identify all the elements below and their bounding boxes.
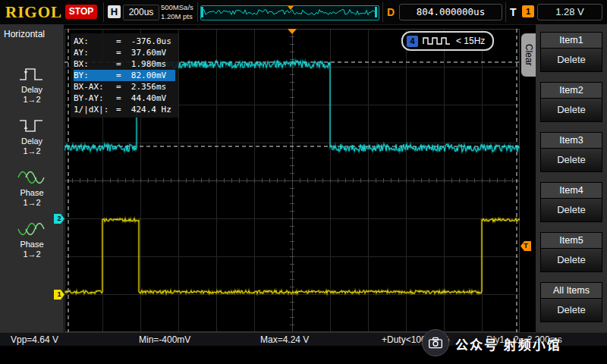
horizontal-menu-sidebar: Horizontal Delay 1→2 Delay 1→2 Phase 1→2… (0, 24, 64, 332)
divider (103, 2, 104, 22)
cursor-row-selected[interactable]: BY:= 82.00mV (74, 70, 175, 81)
measurement-min[interactable]: Min=-400mV (139, 334, 190, 345)
item3-delete-button[interactable]: Delete (541, 149, 602, 171)
sidebar-item-sublabel: 1→2 (0, 198, 64, 208)
divider (197, 2, 198, 22)
watermark-avatar (422, 329, 449, 356)
rigol-logo: RIGOL (5, 3, 62, 22)
cursor-value: = -376.0us (116, 36, 171, 46)
cursor-label: AX: (74, 36, 116, 47)
delay-label: D (387, 6, 395, 18)
sidebar-item-label: Phase (0, 188, 64, 198)
channel-4-badge: 4 (407, 36, 418, 47)
item4-title: Item4 (541, 183, 602, 199)
run-stop-button[interactable]: STOP (65, 5, 97, 19)
item3-title: Item3 (541, 133, 602, 149)
cursor-value: = 82.00mV (116, 71, 166, 80)
clear-tab[interactable]: Clear (521, 33, 536, 77)
all-items-title: All Items (541, 283, 602, 299)
item5-delete-button[interactable]: Delete (541, 249, 602, 271)
trigger-position-marker[interactable] (288, 29, 297, 34)
waveform-display-area[interactable]: AX:= -376.0us AY:= 37.60mV BX:= 1.980ms … (64, 29, 520, 332)
delay-display[interactable]: 804.000000us (399, 4, 502, 20)
divider (505, 2, 506, 22)
cursor-label: BY-AY: (74, 93, 116, 104)
horizontal-label: H (108, 5, 121, 18)
waveform-preview-strip[interactable] (200, 5, 379, 20)
acquisition-info: 500MSa/s 1.20M pts (161, 3, 193, 21)
item2-delete-button[interactable]: Delete (541, 99, 602, 121)
cursor-value: = 2.356ms (116, 82, 166, 92)
measurement-max[interactable]: Max=4.24 V (260, 334, 309, 345)
sidebar-title: Horizontal (4, 29, 45, 39)
item4-delete-button[interactable]: Delete (541, 199, 602, 221)
sine-pair-icon (17, 220, 47, 238)
cursor-label: AY: (74, 47, 116, 58)
top-bar: RIGOL STOP H 200us 500MSa/s 1.20M pts D … (0, 0, 607, 25)
square-edge-rise-icon (17, 65, 47, 83)
sidebar-item-delay-rise[interactable]: Delay 1→2 (0, 65, 64, 105)
cursor-label: 1/|dX|: (74, 104, 116, 115)
item1-title: Item1 (541, 33, 602, 49)
cursor-label: BY: (74, 70, 116, 81)
sidebar-item-sublabel: 1→2 (0, 146, 64, 156)
trigger-source-badge[interactable]: 1 (522, 5, 534, 17)
item1-group: Item1 Delete (540, 32, 602, 72)
cursor-value: = 44.40mV (116, 93, 166, 103)
item1-delete-button[interactable]: Delete (541, 49, 602, 71)
cursor-label: BX: (74, 58, 116, 70)
sample-rate: 500MSa/s (161, 3, 193, 12)
sidebar-item-phase-rise[interactable]: Phase 1→2 (0, 168, 64, 208)
sidebar-item-label: Phase (0, 240, 64, 249)
trigger-label: T (510, 6, 517, 18)
item2-title: Item2 (541, 83, 602, 99)
item5-title: Item5 (541, 233, 602, 249)
sidebar-item-phase-fall[interactable]: Phase 1→2 (0, 220, 64, 259)
all-items-group: All Items Delete (540, 282, 602, 322)
trigger-level-display[interactable]: 1.28 V (537, 4, 602, 20)
cursor-value: = 1.980ms (116, 59, 166, 69)
trigger-frequency-badge: 4 < 15Hz (401, 31, 494, 51)
all-items-delete-button[interactable]: Delete (541, 299, 602, 322)
sidebar-item-delay-fall[interactable]: Delay 1→2 (0, 117, 64, 156)
trigger-frequency-value: < 15Hz (456, 36, 485, 46)
memory-depth: 1.20M pts (161, 12, 193, 21)
item2-group: Item2 Delete (540, 82, 602, 122)
divider (382, 2, 383, 22)
cursor-readout-box: AX:= -376.0us AY:= 37.60mV BX:= 1.980ms … (71, 33, 178, 118)
watermark-text: 公众号 射频小馆 (455, 334, 561, 353)
item5-group: Item5 Delete (540, 232, 602, 272)
square-edge-fall-icon (17, 117, 47, 135)
cursor-label: BX-AX: (74, 81, 116, 93)
sidebar-item-sublabel: 1→2 (0, 249, 64, 259)
timebase-display[interactable]: 200us (123, 5, 159, 20)
measurement-vpp[interactable]: Vpp=4.64 V (11, 334, 58, 345)
sidebar-item-label: Delay (0, 136, 64, 146)
item4-group: Item4 Delete (540, 182, 602, 222)
pulse-train-icon (423, 36, 451, 46)
cursor-value: = 424.4 Hz (116, 105, 171, 115)
preview-waveform-icon (201, 6, 377, 18)
cursor-value: = 37.60mV (116, 48, 166, 58)
item3-group: Item3 Delete (540, 132, 602, 172)
sidebar-item-label: Delay (0, 85, 64, 95)
trigger-level-marker[interactable]: T (521, 241, 531, 251)
camera-icon (428, 336, 443, 350)
sine-pair-icon (17, 168, 47, 187)
sidebar-item-sublabel: 1→2 (0, 95, 64, 105)
